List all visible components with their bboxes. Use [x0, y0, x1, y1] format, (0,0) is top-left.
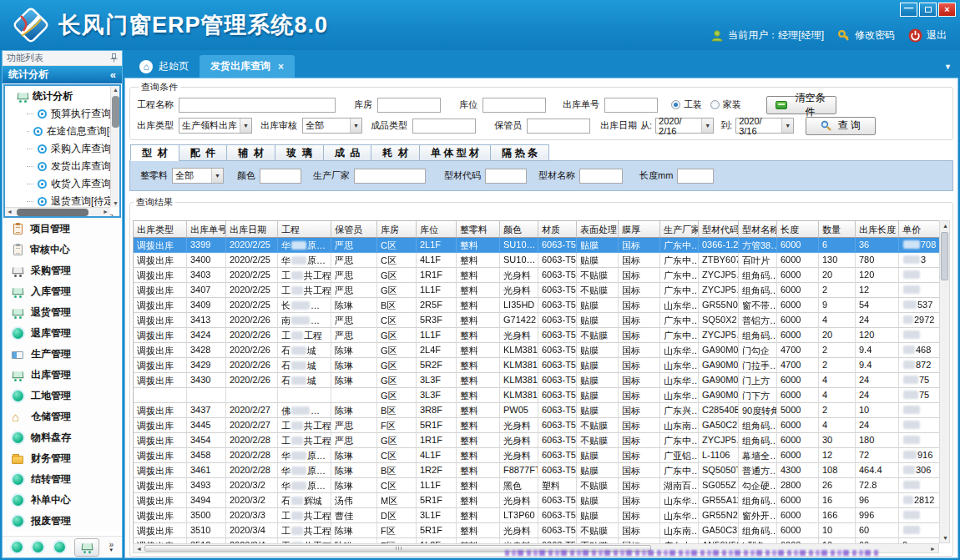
radio-work-clothes[interactable]: [671, 100, 680, 109]
table-row[interactable]: 调拨出库34932020/3/2华原…陈琳C区1L1F整料黑色塑料不贴膜国标湖南…: [134, 478, 939, 493]
column-header[interactable]: 库位: [417, 221, 457, 238]
scroll-up-icon[interactable]: ▲: [942, 223, 948, 229]
material-tab[interactable]: 单 体 型 材: [419, 144, 490, 161]
circle-icon[interactable]: [12, 542, 23, 552]
out-type-select[interactable]: 生产领料出库▼: [179, 118, 252, 134]
column-header[interactable]: 工程: [278, 221, 331, 238]
tree-item[interactable]: 在途信息查询[待: [5, 123, 119, 140]
sidebar-group-header[interactable]: 统计分析 «: [3, 66, 122, 83]
warehouse-input[interactable]: [377, 98, 441, 113]
column-header[interactable]: 出库类型: [134, 221, 187, 238]
sidebar-section-物料盘存[interactable]: 物料盘存: [3, 427, 122, 448]
material-tab[interactable]: 辅 材: [226, 144, 275, 161]
table-row[interactable]: 调拨出库34282020/2/26石城陈琳G区2L4F整料KLM38176063…: [134, 343, 939, 358]
scroll-left-icon[interactable]: ◄: [7, 209, 13, 214]
sidebar-section-仓储管理[interactable]: ⌂仓储管理: [3, 406, 122, 427]
scroll-left-icon[interactable]: ◄: [136, 546, 142, 552]
table-row[interactable]: 调拨出库34072020/2/25工共工程严思G区1L1F整料光身料6063-T…: [134, 283, 939, 298]
sidebar-section-补单中心[interactable]: 补单中心: [3, 490, 122, 511]
column-header[interactable]: 整零料: [457, 221, 500, 238]
material-tab[interactable]: 隔 热 条: [490, 144, 549, 161]
column-header[interactable]: 出库日期: [226, 221, 278, 238]
tab-home[interactable]: ⌂ 起始页: [129, 55, 200, 78]
circle-icon[interactable]: [54, 542, 65, 552]
column-header[interactable]: 出库长度: [856, 221, 899, 238]
column-header[interactable]: 长度: [777, 221, 819, 238]
profile-name-input[interactable]: [579, 169, 623, 184]
close-icon[interactable]: ×: [938, 3, 956, 17]
sidebar-section-结转管理[interactable]: 结转管理: [3, 469, 122, 490]
material-tab[interactable]: 耗 材: [371, 144, 419, 161]
sidebar-section-出库管理[interactable]: 出库管理: [3, 365, 122, 386]
circle-icon[interactable]: [33, 542, 43, 552]
maximize-icon[interactable]: [919, 3, 937, 17]
minimize-icon[interactable]: —: [900, 3, 917, 17]
sidebar-section-工地管理[interactable]: 工地管理: [3, 386, 122, 406]
table-row[interactable]: 调拨出库34612020/2/28华原…陈琳B区1R2F整料F8877FT606…: [134, 463, 939, 478]
table-row[interactable]: 调拨出库34942020/3/2石辉城汤伟M区5R1F整料光身料6063-T5贴…: [134, 493, 939, 508]
tree-item[interactable]: 发货出库查询: [5, 158, 119, 175]
pin-icon[interactable]: [110, 53, 118, 63]
table-row[interactable]: 调拨出库34452020/2/27工共工程严思F区5R1F整料光身料6063-T…: [134, 418, 939, 433]
tree-item[interactable]: 采购入库查询: [5, 140, 119, 158]
column-header[interactable]: 出库单号: [187, 221, 226, 238]
scrollbar-thumb[interactable]: [17, 209, 88, 216]
table-row[interactable]: 调拨出库34302020/2/26石城陈琳G区3L3F整料KLM38176063…: [134, 373, 939, 388]
material-tab[interactable]: 玻 璃: [275, 144, 323, 161]
length-input[interactable]: [677, 169, 714, 184]
table-row[interactable]: 调拨出库33992020/2/25华原…严思C区2L1F整料SU10…6063-…: [134, 238, 939, 253]
cart-shortcut-button[interactable]: [74, 538, 99, 557]
scrollbar-thumb[interactable]: [941, 232, 948, 280]
sidebar-section-生产管理[interactable]: 生产管理: [3, 344, 122, 365]
column-header[interactable]: 材质: [538, 221, 577, 238]
change-password-button[interactable]: 修改密码: [837, 28, 895, 43]
profile-code-input[interactable]: [485, 169, 527, 184]
sidebar-section-退货管理[interactable]: 退货管理: [3, 302, 122, 323]
scroll-right-icon[interactable]: ►: [930, 546, 936, 552]
color-input[interactable]: [260, 169, 301, 184]
table-vertical-scrollbar[interactable]: ▲ ▼: [939, 220, 950, 543]
search-button[interactable]: 查 询: [806, 117, 876, 135]
table-row[interactable]: 调拨出库34292020/2/26石城陈琳G区5R2F整料KLM38176063…: [134, 358, 939, 373]
column-header[interactable]: 生产厂家: [660, 221, 699, 238]
material-tab[interactable]: 型 材: [130, 144, 179, 161]
table-row[interactable]: 调拨出库35102020/3/4工共工程陈琳F区5R1F整料光身料6063-T5…: [134, 523, 939, 538]
column-header[interactable]: 表面处理: [577, 221, 619, 238]
sidebar-section-项目管理[interactable]: 项目管理: [3, 219, 122, 240]
material-tab[interactable]: 成 品: [323, 144, 371, 161]
column-header[interactable]: 库房: [377, 221, 417, 238]
column-header[interactable]: 颜色: [500, 221, 538, 238]
date-from-picker[interactable]: 2020/ 2/16▼: [655, 118, 714, 134]
whole-part-select[interactable]: 全部▼: [172, 168, 224, 184]
tree-horizontal-scrollbar[interactable]: ◄ ►: [5, 207, 110, 216]
more-sections-button[interactable]: »▼: [109, 542, 114, 553]
logout-button[interactable]: 退出: [908, 28, 947, 43]
tab-list-dropdown-icon[interactable]: ▼: [944, 63, 952, 71]
column-header[interactable]: 型材代码: [699, 221, 739, 238]
column-header[interactable]: 单价: [899, 221, 939, 238]
column-header[interactable]: 保管员: [331, 221, 377, 238]
tab-close-icon[interactable]: ×: [278, 61, 284, 73]
table-row[interactable]: 调拨出库34542020/2/28工共工程严思G区1R1F整料光身料6063-T…: [134, 433, 939, 448]
scroll-up-icon[interactable]: ▲: [113, 87, 119, 93]
collapse-icon[interactable]: «: [110, 68, 116, 81]
audit-select[interactable]: 全部▼: [302, 118, 362, 134]
tree-vertical-scrollbar[interactable]: ▲ ▼: [110, 86, 119, 207]
table-row[interactable]: 调拨出库34372020/2/27佛…陈琳B区3R8F整料PW056063-T5…: [134, 403, 939, 418]
project-name-input[interactable]: [179, 98, 336, 113]
clear-conditions-button[interactable]: 清空条件: [766, 96, 836, 114]
factory-input[interactable]: [354, 169, 426, 184]
table-row[interactable]: G区3L3F整料KLM38176063-T5贴膜国标山东华…GA90M09.门下…: [134, 388, 939, 403]
sidebar-section-入库管理[interactable]: 入库管理: [3, 281, 122, 302]
tree-item[interactable]: 收货入库查询: [5, 175, 119, 193]
sidebar-section-报废管理[interactable]: 报废管理: [3, 511, 122, 532]
tree-item[interactable]: 预算执行查询: [5, 105, 119, 123]
table-row[interactable]: 调拨出库34092020/2/25长…陈琳B区2R5F整料LI35HD6063-…: [134, 298, 939, 313]
sidebar-section-退库管理[interactable]: 退库管理: [3, 323, 122, 344]
table-row[interactable]: 调拨出库34132020/2/26南…严思C区5R3F整料G714226063-…: [134, 313, 939, 328]
table-row[interactable]: 调拨出库34242020/2/26工工程严思G区1L1F整料光身料6063-T5…: [134, 328, 939, 343]
sidebar-section-审核中心[interactable]: 审核中心: [3, 240, 122, 260]
scrollbar-thumb[interactable]: [112, 96, 119, 128]
radio-home-decor[interactable]: [710, 100, 720, 109]
location-input[interactable]: [483, 98, 546, 113]
